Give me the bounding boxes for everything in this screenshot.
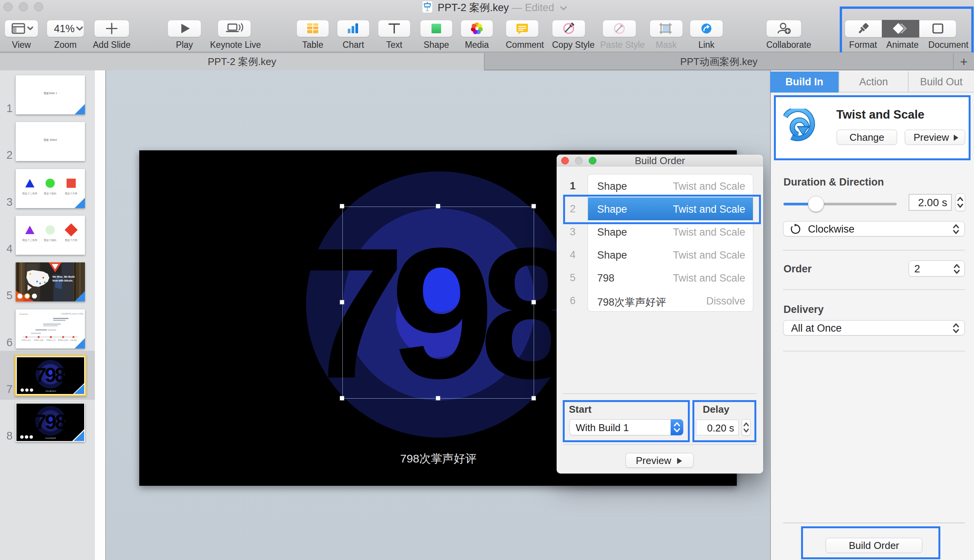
svg-text:我是个方形: 我是个方形 [65,192,78,195]
svg-text:我是个方形: 我是个方形 [65,239,78,242]
svg-text:2020年全球化: 2020年全球化 [58,339,69,341]
svg-text:我是个三角形: 我是个三角形 [22,239,38,242]
svg-text:Roadmap: Roadmap [20,313,28,315]
svg-text:未来规划: 未来规划 [70,339,77,341]
svg-text:我是个圆的: 我是个圆的 [43,192,57,195]
svg-text:2018年上市: 2018年上市 [46,339,55,341]
svg-text:798: 798 [35,410,66,433]
svg-text:2016年 拓展: 2016年 拓展 [34,339,43,341]
svg-text:Now with bitcoin.: Now with bitcoin. [52,279,73,282]
svg-text:798次掌声好评: 798次掌声好评 [400,452,477,465]
svg-text:我是个圆的: 我是个圆的 [43,239,57,242]
svg-text:2014年 成立: 2014年 成立 [22,339,32,341]
svg-text:我是个三角形: 我是个三角形 [22,192,38,195]
svg-text:We Miss, We Build: We Miss, We Build [52,275,75,278]
svg-text:798: 798 [35,364,66,386]
svg-text:公司发展历程与未来三年规划: 公司发展历程与未来三年规划 [61,313,83,315]
